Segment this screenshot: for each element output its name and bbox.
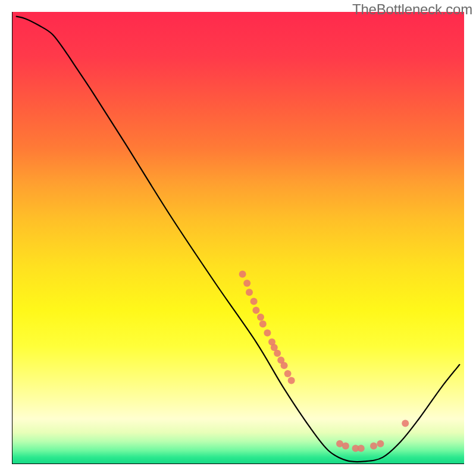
scatter-point bbox=[243, 280, 250, 287]
scatter-point bbox=[257, 314, 264, 321]
scatter-point bbox=[250, 298, 258, 305]
scatter-point bbox=[246, 289, 253, 296]
plot-area bbox=[12, 12, 464, 464]
scatter-point bbox=[281, 362, 288, 369]
scatter-point bbox=[284, 370, 292, 377]
scatter-point bbox=[274, 350, 281, 357]
chart-container: TheBottleneck.com bbox=[0, 0, 476, 476]
scatter-points bbox=[239, 271, 409, 452]
scatter-point bbox=[370, 443, 377, 450]
scatter-point bbox=[402, 420, 409, 427]
scatter-point bbox=[358, 444, 365, 452]
scatter-point bbox=[259, 320, 267, 327]
scatter-point bbox=[288, 377, 295, 384]
y-axis bbox=[12, 12, 12, 464]
chart-svg bbox=[12, 12, 464, 464]
scatter-point bbox=[377, 440, 384, 447]
scatter-point bbox=[342, 443, 349, 450]
watermark-text: TheBottleneck.com bbox=[352, 1, 472, 18]
scatter-point bbox=[264, 330, 271, 337]
x-axis bbox=[12, 464, 464, 464]
scatter-point bbox=[252, 307, 259, 314]
bottleneck-curve-line bbox=[17, 17, 460, 462]
scatter-point bbox=[239, 271, 246, 278]
